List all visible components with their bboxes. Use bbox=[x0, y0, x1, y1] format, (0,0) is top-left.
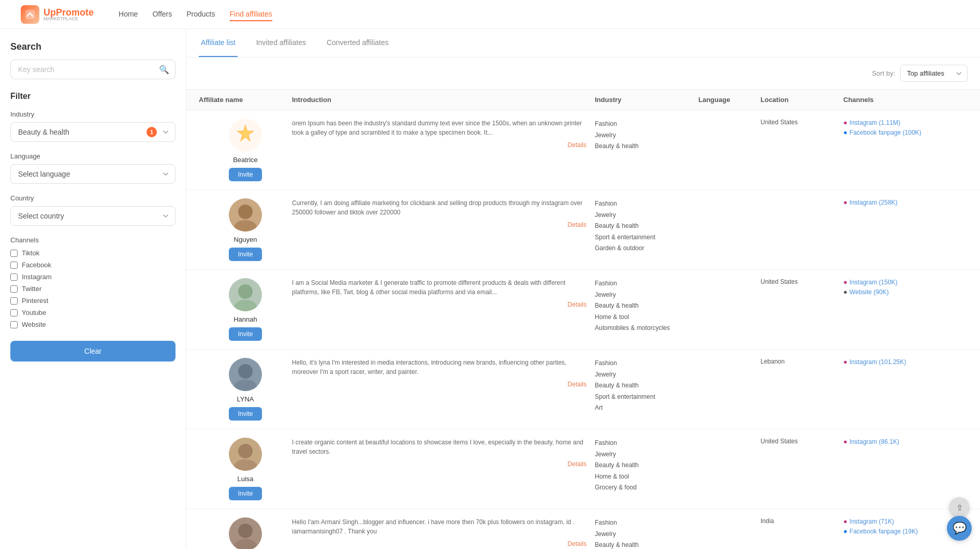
svg-point-5 bbox=[234, 300, 257, 311]
language-select[interactable]: Select language bbox=[10, 164, 175, 184]
channels-label: Channels bbox=[10, 236, 175, 244]
channel-list: Tiktok Facebook Instagram Twitter bbox=[10, 249, 175, 328]
svg-point-8 bbox=[238, 444, 253, 458]
country-select[interactable]: Select country bbox=[10, 206, 175, 226]
language-filter-group: Language Select language bbox=[10, 152, 175, 184]
tab-converted-affiliates[interactable]: Converted affiliates bbox=[325, 29, 391, 57]
country-filter-group: Country Select country bbox=[10, 194, 175, 226]
channel-checkbox-tiktok[interactable] bbox=[10, 250, 18, 257]
svg-point-3 bbox=[234, 220, 257, 232]
channel-item-twitter: Twitter bbox=[10, 285, 175, 293]
invite-button-luisa[interactable]: Invite bbox=[229, 487, 262, 500]
channels-cell-lyna: ● Instagram (101.25K) bbox=[843, 358, 968, 366]
intro-text-luisa: I create organic content at beautiful lo… bbox=[292, 438, 587, 456]
industry-cell-lyna: Fashion Jewelry Beauty & health Sport & … bbox=[595, 358, 698, 414]
industry-cell-beatrice: Fashion Jewelry Beauty & health bbox=[595, 119, 698, 152]
tab-invited-affiliates[interactable]: Invited affiliates bbox=[254, 29, 308, 57]
channel-checkbox-twitter[interactable] bbox=[10, 285, 18, 293]
channel-checkbox-youtube[interactable] bbox=[10, 309, 18, 316]
invite-button-nguyen[interactable]: Invite bbox=[229, 248, 262, 261]
sort-select[interactable]: Top affiliates Newest Most followers bbox=[900, 65, 968, 82]
svg-point-4 bbox=[238, 284, 253, 299]
table-row: Hannah Invite I am a Social Media market… bbox=[186, 270, 980, 350]
facebook-link-beatrice[interactable]: ● Facebook fanpage (100K) bbox=[843, 128, 968, 136]
affiliate-cell-luisa: Luisa Invite bbox=[199, 438, 292, 500]
intro-cell-lyna: Hello, it's lyna I'm interested in media… bbox=[292, 358, 595, 388]
industry-label: Industry bbox=[10, 110, 175, 118]
website-icon: ● bbox=[843, 288, 847, 296]
details-link-lyna[interactable]: Details bbox=[292, 381, 587, 388]
channel-checkbox-website[interactable] bbox=[10, 321, 18, 328]
search-input-wrap: 🔍 bbox=[10, 60, 175, 79]
chat-button[interactable]: 💬 bbox=[947, 516, 972, 541]
header: UpPromote MARKETPLACE Home Offers Produc… bbox=[0, 0, 980, 29]
avatar-hannah bbox=[229, 278, 262, 311]
industry-badge: 1 bbox=[147, 127, 157, 137]
channel-item-tiktok: Tiktok bbox=[10, 249, 175, 257]
scroll-top-button[interactable]: ⇧ bbox=[949, 497, 970, 518]
intro-cell-nguyen: Currently, I am doing affiliate marketin… bbox=[292, 198, 595, 228]
website-link-hannah[interactable]: ● Website (90K) bbox=[843, 288, 968, 296]
table-row: Nguyen Invite Currently, I am doing affi… bbox=[186, 190, 980, 270]
search-section: Search 🔍 bbox=[10, 41, 175, 79]
svg-point-10 bbox=[238, 524, 253, 538]
logo-icon bbox=[21, 5, 39, 24]
details-link-hannah[interactable]: Details bbox=[292, 301, 587, 308]
avatar-luisa bbox=[229, 438, 262, 471]
channel-label-twitter: Twitter bbox=[22, 285, 41, 293]
nav-find-affiliates[interactable]: Find affiliates bbox=[230, 8, 272, 21]
location-cell-hannah: United States bbox=[760, 278, 843, 285]
affiliate-cell-beatrice: Beatrice Invite bbox=[199, 119, 292, 181]
channels-cell-beatrice: ● Instagram (1.11M) ● Facebook fanpage (… bbox=[843, 119, 968, 136]
instagram-icon: ● bbox=[843, 438, 847, 445]
instagram-icon: ● bbox=[843, 119, 847, 126]
channel-checkbox-pinterest[interactable] bbox=[10, 297, 18, 305]
intro-cell-hannah: I am a Social Media marketer & I generat… bbox=[292, 278, 595, 308]
instagram-icon: ● bbox=[843, 517, 847, 525]
details-link-nguyen[interactable]: Details bbox=[292, 221, 587, 228]
col-language: Language bbox=[698, 96, 760, 104]
channel-item-website: Website bbox=[10, 321, 175, 328]
instagram-link-luisa[interactable]: ● Instagram (86.1K) bbox=[843, 438, 968, 445]
industry-cell-luisa: Fashion Jewelry Beauty & health Home & t… bbox=[595, 438, 698, 494]
svg-point-7 bbox=[234, 380, 257, 391]
channel-item-instagram: Instagram bbox=[10, 273, 175, 281]
location-cell-lyna: Lebanon bbox=[760, 358, 843, 365]
channel-checkbox-facebook[interactable] bbox=[10, 262, 18, 269]
channels-cell-nguyen: ● Instagram (258K) bbox=[843, 198, 968, 206]
invite-button-lyna[interactable]: Invite bbox=[229, 407, 262, 421]
nav-offers[interactable]: Offers bbox=[152, 8, 172, 21]
affiliate-name-lyna: LYNA bbox=[237, 395, 254, 403]
instagram-icon: ● bbox=[843, 358, 847, 366]
channel-checkbox-instagram[interactable] bbox=[10, 273, 18, 281]
col-introduction: Introduction bbox=[292, 96, 595, 104]
country-label: Country bbox=[10, 194, 175, 202]
channel-label-pinterest: Pinterest bbox=[22, 297, 48, 305]
avatar-nguyen bbox=[229, 198, 262, 232]
instagram-link-lyna[interactable]: ● Instagram (101.25K) bbox=[843, 358, 968, 366]
clear-button[interactable]: Clear bbox=[10, 341, 175, 362]
logo[interactable]: UpPromote MARKETPLACE bbox=[21, 5, 94, 24]
affiliate-name-luisa: Luisa bbox=[237, 475, 253, 483]
search-icon[interactable]: 🔍 bbox=[159, 65, 169, 75]
tab-affiliate-list[interactable]: Affiliate list bbox=[199, 29, 238, 57]
affiliate-name-beatrice: Beatrice bbox=[233, 156, 258, 164]
details-link-armani[interactable]: Details bbox=[292, 540, 587, 547]
nav-home[interactable]: Home bbox=[119, 8, 138, 21]
col-location: Location bbox=[760, 96, 843, 104]
invite-button-beatrice[interactable]: Invite bbox=[229, 168, 262, 181]
facebook-icon: ● bbox=[843, 128, 847, 136]
svg-point-11 bbox=[234, 539, 257, 549]
details-link-beatrice[interactable]: Details bbox=[292, 141, 587, 149]
nav-products[interactable]: Products bbox=[186, 8, 215, 21]
channel-label-facebook: Facebook bbox=[22, 261, 51, 269]
details-link-luisa[interactable]: Details bbox=[292, 460, 587, 468]
instagram-link-hannah[interactable]: ● Instagram (150K) bbox=[843, 278, 968, 286]
invite-button-hannah[interactable]: Invite bbox=[229, 327, 262, 341]
instagram-link-beatrice[interactable]: ● Instagram (1.11M) bbox=[843, 119, 968, 126]
instagram-link-nguyen[interactable]: ● Instagram (258K) bbox=[843, 198, 968, 206]
sort-label: Sort by: bbox=[872, 69, 895, 77]
intro-text-nguyen: Currently, I am doing affiliate marketin… bbox=[292, 198, 587, 217]
search-input[interactable] bbox=[10, 60, 175, 79]
language-label: Language bbox=[10, 152, 175, 160]
